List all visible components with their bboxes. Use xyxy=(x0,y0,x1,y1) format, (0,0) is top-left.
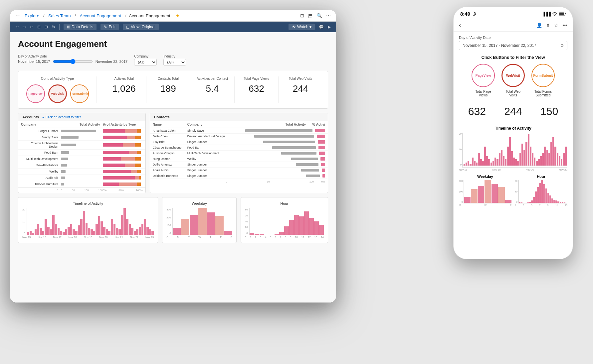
more-icon[interactable]: ⋯ xyxy=(326,13,331,18)
svg-rect-2 xyxy=(565,13,566,14)
phone-timeline-bar xyxy=(528,134,529,166)
phone-pageview-button[interactable]: PageView xyxy=(472,64,495,87)
table-row[interactable]: Sew-Fro Fabrics xyxy=(18,162,145,169)
tablet-screen: ← Explore / Sales Team / Account Engagem… xyxy=(10,10,336,303)
breadcrumb-account-engagement[interactable]: Account Engagement xyxy=(80,13,121,18)
filters-row: Day of Activity Date November 15, 2017 N… xyxy=(18,55,328,65)
share-icon[interactable]: ⬒ xyxy=(308,13,312,18)
phone-pageview-label: Total Page Views xyxy=(472,90,495,97)
watch-button[interactable]: 👁 Watch ▾ xyxy=(289,24,315,30)
table-row[interactable]: Environ Architectural Design xyxy=(18,141,145,150)
phone-timeline-bar xyxy=(554,147,556,166)
phone-timeline-bar xyxy=(472,158,474,166)
tablet-icon[interactable]: ⊡ xyxy=(300,13,304,18)
phone-hour-bar xyxy=(531,200,533,203)
table-row[interactable]: Deidamia BonnetteSinger Lumber xyxy=(150,173,328,179)
formsubmit-circle-button[interactable]: FormSubmit xyxy=(70,84,89,103)
table-row[interactable]: Multi Tech Development xyxy=(18,156,145,162)
phone-hour-title: Hour xyxy=(515,175,567,179)
nav-back-button[interactable]: ← xyxy=(15,13,21,19)
present-icon[interactable]: ▶ xyxy=(328,25,331,29)
table-row[interactable]: Dollie AntunezSinger Lumber xyxy=(150,162,328,168)
industry-select[interactable]: (All) xyxy=(163,59,186,65)
accounts-table-header: Accounts ★ Click an account to filter xyxy=(18,113,145,121)
phone-timeline-bar xyxy=(538,159,540,166)
phone-hour-bar xyxy=(521,202,522,203)
comment-icon[interactable]: 💬 xyxy=(319,25,324,29)
format-icon[interactable]: ⊞ xyxy=(37,25,41,29)
phone-hour-axis: 135791113 xyxy=(515,204,567,206)
timeline-bar xyxy=(40,228,42,235)
redo-button[interactable]: ↪ xyxy=(23,25,26,29)
phone-webvisit-button[interactable]: WebVisit xyxy=(501,64,525,87)
phone-date-select[interactable]: November 15, 2017 - November 22, 2017 ⊙ xyxy=(459,41,567,50)
hour-bar xyxy=(289,220,294,235)
table-row[interactable]: Singer Lumber xyxy=(18,128,145,134)
nav-star-icon[interactable]: ★ xyxy=(176,13,180,18)
phone-timeline-bar xyxy=(468,161,469,166)
industry-filter-label: Industry xyxy=(163,55,186,58)
breadcrumb: Explore / Sales Team / Account Engagemen… xyxy=(23,13,122,18)
breadcrumb-explore[interactable]: Explore xyxy=(25,13,39,18)
search-icon[interactable]: 🔍 xyxy=(316,13,322,18)
circle-buttons-group: PageView WebVisit FormSubmit xyxy=(24,84,91,103)
undo2-button[interactable]: ↩ xyxy=(30,25,33,29)
phone-timeline-bar xyxy=(532,153,533,166)
phone-timeline-bar xyxy=(515,159,517,166)
phone-circle-labels: Total Page Views Total Web Visits Total … xyxy=(459,90,567,97)
phone-timeline-bar xyxy=(486,156,488,166)
phone-hour-chart xyxy=(518,180,567,203)
breadcrumb-sales-team[interactable]: Sales Team xyxy=(48,13,71,18)
table-row[interactable]: Delta ChewEnviron Architectural Design xyxy=(150,134,328,139)
table-row[interactable]: Hung DamonWellby xyxy=(150,156,328,162)
phone-timeline-bar xyxy=(513,158,515,166)
activity-type-box: Control Activity Type PageView WebVisit … xyxy=(24,76,97,103)
edit-button[interactable]: ✎ Edit xyxy=(100,24,119,30)
save-icon[interactable]: ⊟ xyxy=(45,25,48,29)
timeline-bar xyxy=(63,232,65,235)
phone-hour-bar xyxy=(535,191,537,203)
phone-hour-bar xyxy=(543,184,545,203)
table-row[interactable]: Amankaya ColónSimply Save xyxy=(150,128,328,134)
table-row[interactable]: Elsy BrittSinger Lumber xyxy=(150,139,328,145)
table-row[interactable]: Césareo BeauchesneFood Barn xyxy=(150,145,328,151)
phone-more-icon[interactable]: ••• xyxy=(562,23,567,28)
view-button[interactable]: ◻ View: Original xyxy=(123,24,159,30)
hour-bar xyxy=(304,211,309,235)
table-row[interactable]: Simply Save xyxy=(18,134,145,141)
table-row[interactable]: Audio Aid xyxy=(18,175,145,181)
date-filter-label: Day of Activity Date xyxy=(18,55,127,58)
table-row[interactable]: Wellby xyxy=(18,169,145,175)
undo-button[interactable]: ↩ xyxy=(15,25,19,29)
phone-timeline-bar xyxy=(542,153,544,166)
data-details-button[interactable]: ⊞ Data Details xyxy=(64,24,97,30)
col-percent-header: % of Activity by Type xyxy=(103,123,143,126)
rotate-icon[interactable]: ↻ xyxy=(52,25,55,29)
pageview-circle-button[interactable]: PageView xyxy=(26,84,45,103)
account-filter-link[interactable]: ★ Click an account to filter xyxy=(42,115,81,119)
table-row[interactable]: Rhodes Furniture xyxy=(18,181,145,187)
webvisit-circle-button[interactable]: WebVisit xyxy=(48,84,67,103)
table-row[interactable]: Ausonia ChaplinMulti Tech Development xyxy=(150,151,328,156)
phone-star-icon[interactable]: ☆ xyxy=(554,23,558,28)
phone-hour-bar xyxy=(549,195,551,203)
phone-date-value: November 15, 2017 - November 22, 2017 xyxy=(463,43,536,48)
company-select[interactable]: (All) xyxy=(134,59,157,65)
phone-kpi-row: 632 244 150 xyxy=(459,102,567,121)
phone-status-icons: ▐▐▐ xyxy=(542,12,566,17)
phone-share-icon[interactable]: ⬆ xyxy=(546,23,550,28)
phone-weekday-chart-panel: Weekday 3001000 MWF xyxy=(459,175,511,206)
table-row[interactable]: Food Barn xyxy=(18,150,145,156)
phone-back-button[interactable]: ‹ xyxy=(459,22,461,29)
toolbar: ↩ ↪ ↩ ⊞ ⊟ ↻ ⊞ Data Details ✎ Edit ◻ View… xyxy=(10,22,336,32)
phone-timeline-bar xyxy=(546,150,548,166)
phone-person-icon[interactable]: 👤 xyxy=(536,23,542,28)
phone-bottom-charts: Weekday 3001000 MWF Hour xyxy=(459,175,567,206)
table-row[interactable]: Anais AubinSinger Lumber xyxy=(150,168,328,173)
date-range-slider[interactable] xyxy=(53,59,93,64)
phone-timeline-bar xyxy=(525,142,527,166)
contacts-col-headers: Name Company Total Activity % Activi xyxy=(150,121,328,128)
timeline-chart xyxy=(27,208,154,235)
phone-formsubmit-button[interactable]: FormSubmit xyxy=(531,64,555,87)
timeline-bar xyxy=(52,215,55,235)
